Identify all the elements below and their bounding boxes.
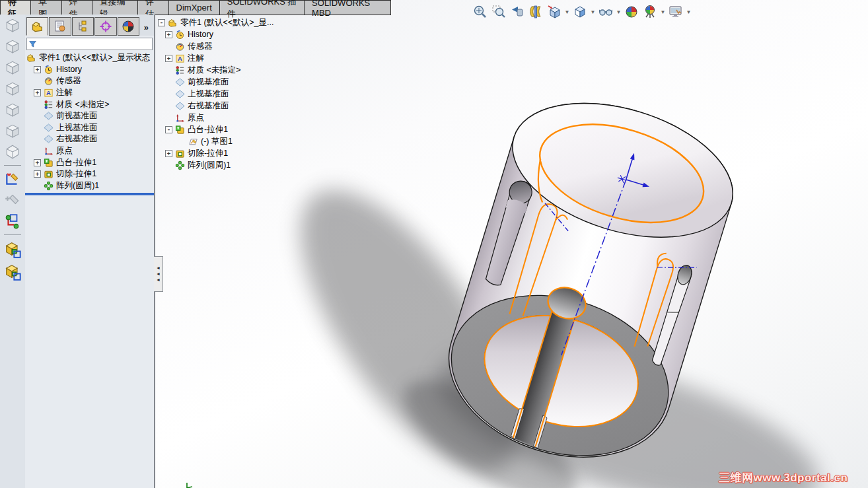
ribbon-tab[interactable]: 评估	[137, 0, 168, 15]
tree-item[interactable]: 上视基准面	[157, 88, 273, 100]
filter-funnel-icon	[28, 40, 37, 48]
filter-input[interactable]	[39, 39, 151, 49]
ribbon-tab[interactable]: SOLIDWORKS 插件	[219, 0, 304, 15]
expander-box[interactable]: +	[165, 31, 172, 38]
tree-item[interactable]: + 凸台-拉伸1	[25, 157, 154, 168]
view-cube-1-icon[interactable]	[4, 17, 21, 34]
tree-item[interactable]: + 注解	[25, 87, 154, 99]
tree-item-icon	[188, 137, 198, 147]
apply-scene-dropdown[interactable]: ▼	[660, 9, 666, 15]
tree-item-icon	[175, 160, 185, 170]
tree-item[interactable]: 前视基准面	[157, 76, 273, 88]
expander-box[interactable]: -	[158, 19, 165, 26]
expander-box[interactable]: +	[165, 150, 172, 157]
view-heads-up-toolbar: ▼ ▼ ▼	[472, 2, 692, 22]
edit-sketch-disabled-icon[interactable]	[4, 192, 21, 209]
route-line-icon[interactable]	[4, 213, 21, 230]
tree-item-label: 右视基准面	[56, 133, 98, 145]
feature-tree: 零件1 (默认<<默认>_显示状态 + History 传感器	[25, 52, 154, 192]
edit-appearance-icon[interactable]	[623, 3, 640, 20]
display-style-dropdown[interactable]: ▼	[590, 9, 596, 15]
part-icon	[31, 20, 44, 33]
tree-item-icon	[175, 42, 185, 52]
view-cube-6-icon[interactable]	[4, 122, 21, 139]
ribbon-tab[interactable]: 特征	[0, 0, 30, 15]
ribbon-tab[interactable]: 草图	[30, 0, 61, 15]
tree-item[interactable]: 前视基准面	[25, 110, 154, 122]
tree-item-icon	[44, 65, 54, 75]
tree-item[interactable]: 零件1 (默认<<默认>_显示状态	[25, 52, 154, 64]
tree-item[interactable]: + 切除-拉伸1	[157, 147, 273, 159]
tree-item-icon	[175, 113, 185, 123]
tree-item[interactable]: - 凸台-拉伸1	[157, 123, 273, 135]
tree-item[interactable]: + 切除-拉伸1	[25, 168, 154, 180]
tree-item[interactable]: + History	[157, 28, 273, 40]
configurationmanager-tab[interactable]	[72, 17, 94, 36]
tree-item-label: 右视基准面	[188, 100, 229, 112]
expander-box[interactable]: +	[165, 55, 172, 62]
tree-item-label: 原点	[188, 112, 204, 123]
ribbon-tab-bar: 特征 草图 焊件 直接编辑 评估 DimXpert SOLIDWORKS 插	[0, 0, 391, 15]
tree-item-label: (-) 草图1	[201, 136, 233, 147]
hide-show-items-icon[interactable]	[597, 3, 614, 20]
previous-view-icon[interactable]	[509, 3, 526, 20]
tree-item-icon	[26, 53, 36, 63]
zoom-to-area-icon[interactable]	[490, 3, 507, 20]
view-cube-5-icon[interactable]	[4, 101, 21, 118]
tree-item-icon	[168, 18, 178, 28]
panel-collapse-handle[interactable]: ◄◄◄	[154, 256, 163, 292]
propertymanager-tab[interactable]	[49, 17, 71, 36]
tree-item[interactable]: 传感器	[157, 40, 273, 52]
ribbon-tab[interactable]: DimXpert	[168, 0, 219, 15]
tree-item[interactable]: 原点	[25, 145, 154, 157]
tree-item[interactable]: 原点	[157, 112, 273, 123]
expander-box[interactable]: -	[165, 126, 172, 133]
property-sheet-icon	[54, 20, 67, 33]
view-orientation-dropdown[interactable]: ▼	[564, 9, 570, 15]
view-cube-2-icon[interactable]	[4, 38, 21, 55]
view-cube-3-icon[interactable]	[4, 59, 21, 76]
ribbon-tab[interactable]: 直接编辑	[92, 0, 138, 15]
tree-item[interactable]: + 注解	[157, 52, 273, 64]
tree-item[interactable]: 右视基准面	[25, 133, 154, 145]
view-cube-4-icon[interactable]	[4, 80, 21, 97]
tree-item-label: 凸台-拉伸1	[188, 124, 228, 135]
tree-item[interactable]: 材质 <未指定>	[157, 64, 273, 76]
tree-item[interactable]: 右视基准面	[157, 100, 273, 112]
tree-item-label: 凸台-拉伸1	[56, 157, 96, 168]
hide-show-items-dropdown[interactable]: ▼	[616, 9, 622, 15]
expander-box[interactable]: +	[34, 159, 41, 166]
sketch-3d-icon[interactable]	[4, 170, 21, 188]
apply-scene-icon[interactable]	[641, 3, 659, 20]
display-style-icon[interactable]	[571, 3, 589, 20]
tree-item[interactable]: 阵列(圆周)1	[25, 180, 154, 192]
rollback-bar[interactable]	[25, 193, 154, 195]
displaymanager-tab[interactable]	[118, 17, 139, 36]
tree-item[interactable]: 阵列(圆周)1	[157, 159, 273, 171]
tree-item[interactable]: 传感器	[25, 75, 154, 87]
tree-item[interactable]: 材质 <未指定>	[25, 98, 154, 110]
instant3d-cut-icon[interactable]	[3, 262, 22, 281]
view-settings-dropdown[interactable]: ▼	[686, 9, 692, 15]
featuremanager-tab[interactable]	[26, 17, 48, 36]
panel-tab-overflow-button[interactable]: »	[140, 18, 153, 36]
expander-box[interactable]: +	[34, 66, 41, 73]
tree-item[interactable]: (-) 草图1	[157, 135, 273, 147]
view-cube-isometric-icon[interactable]	[4, 143, 21, 160]
expander-box[interactable]: +	[34, 89, 41, 96]
ribbon-tab[interactable]: 焊件	[61, 0, 92, 15]
tree-item[interactable]: 上视基准面	[25, 122, 154, 134]
tree-item[interactable]: + History	[25, 64, 154, 76]
tree-item-icon	[175, 30, 185, 40]
instant3d-boss-icon[interactable]	[3, 240, 22, 258]
ribbon-tab[interactable]: SOLIDWORKS MBD	[304, 0, 391, 15]
tree-item-icon	[44, 111, 54, 121]
section-view-icon[interactable]	[527, 3, 544, 20]
dimxpert-target-icon	[99, 20, 112, 33]
expander-box[interactable]: +	[34, 170, 41, 178]
dimxpertmanager-tab[interactable]	[94, 17, 116, 36]
zoom-to-fit-icon[interactable]	[472, 3, 489, 20]
tree-item-icon	[175, 65, 185, 75]
view-settings-icon[interactable]	[667, 3, 684, 20]
view-orientation-icon[interactable]	[546, 3, 563, 20]
